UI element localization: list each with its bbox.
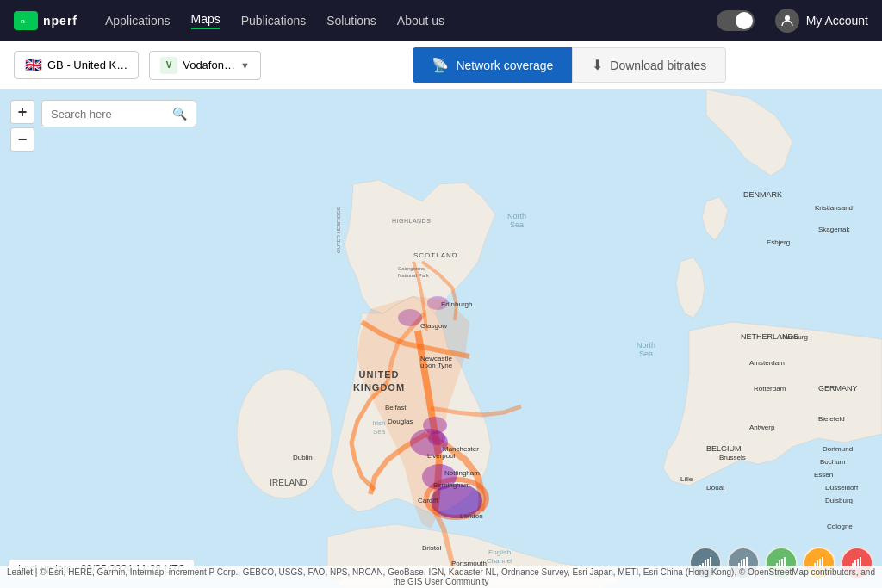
nav-publications[interactable]: Publications	[241, 14, 307, 28]
account-label: My Account	[806, 14, 868, 28]
navbar: n nperf Applications Maps Publications S…	[0, 0, 882, 41]
svg-text:Birmingham: Birmingham	[433, 481, 470, 489]
svg-point-2	[785, 15, 790, 21]
toolbar: 🇬🇧 GB - United K… V Vodafon… ▼ 📡 Network…	[0, 41, 882, 90]
operator-label: Vodafon…	[183, 59, 235, 71]
svg-text:Irish: Irish	[372, 419, 385, 427]
svg-text:Sea: Sea	[639, 350, 653, 358]
svg-text:OUTER HEBRIDES: OUTER HEBRIDES	[336, 207, 341, 253]
svg-text:National Park: National Park	[398, 273, 430, 278]
svg-text:Bristol: Bristol	[422, 544, 441, 552]
svg-text:n: n	[21, 17, 25, 25]
logo-icon: n	[14, 11, 38, 30]
svg-text:Edinburgh: Edinburgh	[441, 300, 472, 308]
nav-about[interactable]: About us	[397, 14, 444, 28]
svg-text:SCOTLAND: SCOTLAND	[413, 251, 458, 259]
svg-text:Amsterdam: Amsterdam	[749, 359, 785, 367]
theme-toggle[interactable]	[717, 10, 755, 31]
account-icon	[775, 9, 799, 33]
svg-text:Dusseldorf: Dusseldorf	[825, 484, 859, 492]
theme-toggle-knob	[736, 12, 753, 29]
operator-selector[interactable]: V Vodafon… ▼	[149, 51, 261, 80]
svg-text:Esbjerg: Esbjerg	[767, 238, 790, 246]
search-bar[interactable]: 🔍	[41, 100, 196, 127]
svg-text:North: North	[507, 212, 526, 220]
search-input[interactable]	[51, 108, 172, 121]
svg-text:DENMARK: DENMARK	[743, 190, 782, 199]
svg-text:Manchester: Manchester	[443, 445, 479, 453]
svg-text:Liverpool: Liverpool	[427, 452, 456, 460]
svg-text:Cairngorms: Cairngorms	[398, 266, 425, 271]
zoom-out-button[interactable]: −	[10, 127, 34, 152]
zoom-controls: + −	[10, 100, 34, 152]
download-icon: ⬇	[592, 57, 603, 73]
svg-text:Douai: Douai	[706, 484, 724, 492]
svg-text:Skagerrak: Skagerrak	[818, 226, 850, 233]
svg-text:HIGHLANDS: HIGHLANDS	[392, 218, 431, 224]
search-icon: 🔍	[172, 107, 187, 121]
map-tabs: 📡 Network coverage ⬇ Download bitrates	[271, 47, 868, 83]
nav-applications[interactable]: Applications	[105, 14, 171, 28]
svg-text:Dublin: Dublin	[293, 454, 313, 461]
signal-icon: 📡	[432, 57, 449, 73]
svg-text:Kristiansand: Kristiansand	[815, 204, 853, 212]
map-attribution: Leaflet | © Esri, HERE, Garmin, Intermap…	[0, 566, 882, 588]
operator-icon: V	[160, 57, 177, 74]
svg-text:Bochum: Bochum	[820, 458, 846, 466]
svg-text:Cardiff: Cardiff	[418, 497, 438, 504]
tab-download-bitrates[interactable]: ⬇ Download bitrates	[572, 47, 726, 83]
country-selector[interactable]: 🇬🇧 GB - United K…	[14, 51, 139, 79]
nav-solutions[interactable]: Solutions	[326, 14, 376, 28]
svg-text:Glasgow: Glasgow	[420, 322, 447, 330]
country-label: GB - United K…	[47, 59, 127, 71]
svg-text:Sea: Sea	[373, 428, 386, 436]
svg-text:KINGDOM: KINGDOM	[353, 382, 405, 393]
svg-text:Lille: Lille	[680, 475, 693, 483]
account-button[interactable]: My Account	[775, 9, 868, 33]
svg-text:English: English	[488, 548, 511, 556]
chevron-down-icon: ▼	[240, 60, 250, 71]
svg-text:Duisburg: Duisburg	[825, 497, 853, 504]
nav-maps[interactable]: Maps	[191, 12, 220, 29]
svg-text:UNITED: UNITED	[359, 369, 400, 380]
svg-text:Cologne: Cologne	[827, 523, 853, 530]
svg-text:North: North	[637, 341, 655, 350]
logo-text: nperf	[43, 14, 78, 28]
svg-text:Douglas: Douglas	[388, 418, 413, 425]
svg-text:upon Tyne: upon Tyne	[420, 362, 453, 369]
svg-text:Rotterdam: Rotterdam	[754, 385, 786, 393]
map-container[interactable]: UNITED KINGDOM IRELAND North Sea North S…	[0, 90, 882, 588]
svg-text:BELGIUM: BELGIUM	[706, 444, 742, 453]
svg-text:Essen: Essen	[814, 471, 833, 479]
svg-text:London: London	[460, 512, 483, 520]
tab-network-coverage[interactable]: 📡 Network coverage	[413, 47, 572, 83]
svg-text:Antwerp: Antwerp	[749, 424, 775, 431]
svg-text:Sea: Sea	[510, 220, 524, 229]
logo[interactable]: n nperf	[14, 11, 78, 30]
svg-text:Dortmund: Dortmund	[823, 445, 853, 453]
svg-text:Hamburg: Hamburg	[780, 333, 808, 341]
svg-text:GERMANY: GERMANY	[818, 384, 858, 393]
svg-text:Bielefeld: Bielefeld	[818, 415, 845, 423]
svg-text:Belfast: Belfast	[385, 404, 407, 412]
svg-text:Channel: Channel	[487, 557, 512, 565]
svg-text:IRELAND: IRELAND	[270, 478, 307, 487]
svg-text:Brussels: Brussels	[719, 454, 746, 461]
svg-text:Nottingham: Nottingham	[444, 469, 480, 477]
country-flag: 🇬🇧	[25, 57, 42, 73]
zoom-in-button[interactable]: +	[10, 100, 34, 124]
